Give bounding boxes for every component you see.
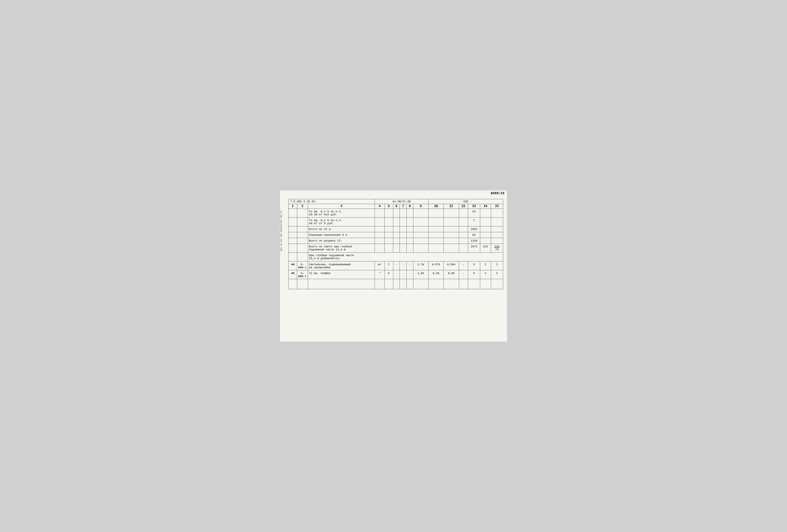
row49-col11: 0,09: [444, 270, 459, 279]
sum1-col7: [400, 209, 407, 218]
row48-col9: 2,78: [413, 262, 428, 270]
sum2-col10: [428, 218, 443, 226]
sum2-col5: [385, 218, 393, 226]
sum6-col2: [297, 244, 308, 253]
sum3-col14: [480, 226, 491, 232]
sum3-col6: [393, 226, 400, 232]
sum6-fraction-denom: 73: [494, 248, 499, 251]
sum4-col8: [406, 232, 413, 238]
sum5-desc: Всего по разделу II:: [308, 238, 375, 244]
sum2-desc-line1: То же, 8,2 % по п.п.: [309, 219, 342, 222]
row49-num: 49: [289, 270, 297, 279]
sum6-col9: [413, 244, 428, 253]
col-header-1: I: [289, 204, 297, 209]
col-header-2: 2: [297, 204, 308, 209]
sum3-col5: [385, 226, 393, 232]
empty1-col11: [444, 279, 459, 289]
sum4-col11: [444, 232, 459, 238]
doc-ref: Т.П.90I-I-32.83: [289, 199, 375, 204]
empty1-col13: [468, 279, 480, 289]
col-header-9: 9: [413, 204, 428, 209]
row48-desc-line2: на кронштейне: [309, 266, 331, 269]
sum3-col13: I05I: [468, 226, 480, 232]
row48-qty: I: [385, 262, 393, 270]
col-header-4: 4: [375, 204, 385, 209]
sum2-desc-line2: 46-47 от 9 руб.: [309, 222, 334, 225]
sum3-desc: Итого по II р.: [308, 226, 375, 232]
sum4-col14: [480, 232, 491, 238]
summary-row-5: Всего по разделу II: II35: [289, 238, 503, 244]
empty1-col10: [428, 279, 443, 289]
col-header-row: I 2 3 4 5 6 7 8 9 IO II I2 I3 I4 I5: [289, 204, 503, 209]
row49-desc: То же, плафон: [308, 270, 375, 279]
row49-col8: -: [406, 270, 413, 279]
page-ref: - I68 -: [428, 199, 503, 204]
row48-desc: Светильник, подвешиваемый на кронштейне: [308, 262, 375, 270]
sum1-desc-line1: То же, 8,2 % по п.п.: [309, 210, 342, 213]
row49-qty: 5: [385, 270, 393, 279]
sum3-col2: [297, 226, 308, 232]
sum5-col12: [459, 238, 468, 244]
sum1-desc: То же, 8,2 % по п.п. 25-30 от 643 руб.: [308, 209, 375, 218]
sum1-col6: [393, 209, 400, 218]
sum2-col13: I: [468, 218, 480, 226]
sum1-col2: [297, 209, 308, 218]
sum4-col9: [413, 232, 428, 238]
row48-code: 8-594-I: [297, 262, 308, 270]
sum6-col12: [459, 244, 468, 253]
sum4-desc: Плановые накопления 8 %: [308, 232, 375, 238]
sum1-col13: 53: [468, 209, 480, 218]
side-text: уан ал.43 тпр.5орхалт44 (43,4): [280, 210, 283, 251]
col-header-6: 6: [393, 204, 400, 209]
sum5-col15: [491, 238, 503, 244]
row48-col10: 0,576: [428, 262, 443, 270]
sum5-col1: [289, 238, 297, 244]
col-header-12: I2: [459, 204, 468, 209]
sum1-col8: [406, 209, 413, 218]
row49-col15: I: [491, 270, 503, 279]
sum5-col8: [406, 238, 413, 244]
data-row-48: 48 8-594-I Светильник, подвешиваемый на …: [289, 262, 503, 270]
sum1-col15: [491, 209, 503, 218]
empty1-col14: [480, 279, 491, 289]
row49-col10: 0,35: [428, 270, 443, 279]
sum6-fraction-numer: 226: [494, 245, 499, 248]
row49-col9: I,03: [413, 270, 428, 279]
sum6-col5: [385, 244, 393, 253]
depth-line2: I6,2 м добавляется:: [309, 257, 341, 260]
col-header-8: 8: [406, 204, 413, 209]
sum3-col4: [375, 226, 385, 232]
empty1-col9: [413, 279, 428, 289]
sum6-col11: [444, 244, 459, 253]
row49-col6: -: [393, 270, 400, 279]
depth-col1: [289, 253, 297, 262]
col-header-15: I5: [491, 204, 503, 209]
col-header-7: 7: [400, 204, 407, 209]
empty1-col3: [308, 279, 375, 289]
sum5-col6: [393, 238, 400, 244]
row48-col8: -: [406, 262, 413, 270]
data-row-49: 49 8-603-I То же, плафон " 5 - - - I,03 …: [289, 270, 503, 279]
sum6-fraction: 226 73: [494, 245, 499, 251]
sum3-col9: [413, 226, 428, 232]
summary-row-4: Плановые накопления 8 % 84: [289, 232, 503, 238]
empty1-col2: [297, 279, 308, 289]
sum6-col7: [400, 244, 407, 253]
sum2-col2: [297, 218, 308, 226]
sum4-col6: [393, 232, 400, 238]
sum6-col1: [289, 244, 297, 253]
sum3-col8: [406, 226, 413, 232]
row49-unit: ": [375, 270, 385, 279]
sum6-desc: Всего по смете при глубине подземной час…: [308, 244, 375, 253]
empty-row-1: [289, 279, 503, 289]
sum6-desc-line1: Всего по смете при глубине: [309, 245, 353, 248]
col-header-5: 5: [385, 204, 393, 209]
sum1-col1: [289, 209, 297, 218]
sum2-col8: [406, 218, 413, 226]
page-wrapper: 8459/15 уан ал.43 тпр.5орхалт44 (43,4) Т…: [280, 191, 507, 341]
summary-row-6: Всего по смете при глубине подземной час…: [289, 244, 503, 253]
empty1-col6: [393, 279, 400, 289]
sum1-col14: [480, 209, 491, 218]
sum6-col8: [406, 244, 413, 253]
sum6-col6: [393, 244, 400, 253]
